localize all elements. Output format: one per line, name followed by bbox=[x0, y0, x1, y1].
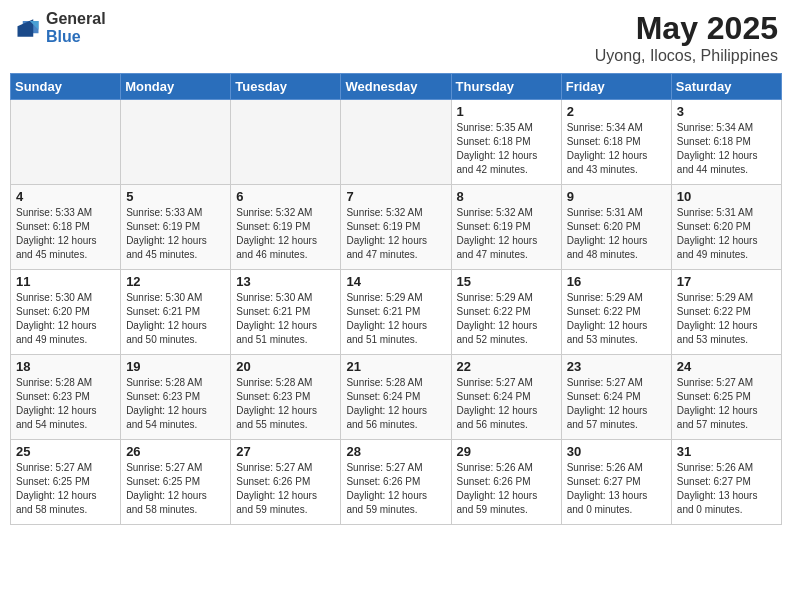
logo-icon bbox=[14, 14, 42, 42]
day-info: Sunrise: 5:27 AM Sunset: 6:26 PM Dayligh… bbox=[346, 461, 445, 517]
day-info: Sunrise: 5:32 AM Sunset: 6:19 PM Dayligh… bbox=[457, 206, 556, 262]
day-info: Sunrise: 5:27 AM Sunset: 6:25 PM Dayligh… bbox=[677, 376, 776, 432]
calendar-cell: 16Sunrise: 5:29 AM Sunset: 6:22 PM Dayli… bbox=[561, 270, 671, 355]
day-info: Sunrise: 5:29 AM Sunset: 6:21 PM Dayligh… bbox=[346, 291, 445, 347]
day-number: 30 bbox=[567, 444, 666, 459]
day-number: 26 bbox=[126, 444, 225, 459]
calendar-cell: 2Sunrise: 5:34 AM Sunset: 6:18 PM Daylig… bbox=[561, 100, 671, 185]
day-number: 1 bbox=[457, 104, 556, 119]
weekday-header-monday: Monday bbox=[121, 74, 231, 100]
day-info: Sunrise: 5:26 AM Sunset: 6:26 PM Dayligh… bbox=[457, 461, 556, 517]
calendar-cell: 29Sunrise: 5:26 AM Sunset: 6:26 PM Dayli… bbox=[451, 440, 561, 525]
calendar-cell: 22Sunrise: 5:27 AM Sunset: 6:24 PM Dayli… bbox=[451, 355, 561, 440]
day-info: Sunrise: 5:34 AM Sunset: 6:18 PM Dayligh… bbox=[567, 121, 666, 177]
day-number: 5 bbox=[126, 189, 225, 204]
day-number: 3 bbox=[677, 104, 776, 119]
day-number: 14 bbox=[346, 274, 445, 289]
calendar-cell: 31Sunrise: 5:26 AM Sunset: 6:27 PM Dayli… bbox=[671, 440, 781, 525]
day-number: 31 bbox=[677, 444, 776, 459]
calendar-cell: 6Sunrise: 5:32 AM Sunset: 6:19 PM Daylig… bbox=[231, 185, 341, 270]
calendar-cell: 15Sunrise: 5:29 AM Sunset: 6:22 PM Dayli… bbox=[451, 270, 561, 355]
calendar-cell bbox=[121, 100, 231, 185]
calendar-cell: 13Sunrise: 5:30 AM Sunset: 6:21 PM Dayli… bbox=[231, 270, 341, 355]
day-number: 4 bbox=[16, 189, 115, 204]
calendar-week-row: 18Sunrise: 5:28 AM Sunset: 6:23 PM Dayli… bbox=[11, 355, 782, 440]
day-number: 2 bbox=[567, 104, 666, 119]
calendar-cell: 10Sunrise: 5:31 AM Sunset: 6:20 PM Dayli… bbox=[671, 185, 781, 270]
day-number: 19 bbox=[126, 359, 225, 374]
calendar-cell: 18Sunrise: 5:28 AM Sunset: 6:23 PM Dayli… bbox=[11, 355, 121, 440]
day-number: 15 bbox=[457, 274, 556, 289]
day-number: 24 bbox=[677, 359, 776, 374]
day-info: Sunrise: 5:35 AM Sunset: 6:18 PM Dayligh… bbox=[457, 121, 556, 177]
day-info: Sunrise: 5:32 AM Sunset: 6:19 PM Dayligh… bbox=[346, 206, 445, 262]
day-number: 21 bbox=[346, 359, 445, 374]
calendar-cell: 1Sunrise: 5:35 AM Sunset: 6:18 PM Daylig… bbox=[451, 100, 561, 185]
day-info: Sunrise: 5:29 AM Sunset: 6:22 PM Dayligh… bbox=[567, 291, 666, 347]
calendar-cell: 3Sunrise: 5:34 AM Sunset: 6:18 PM Daylig… bbox=[671, 100, 781, 185]
weekday-header-row: SundayMondayTuesdayWednesdayThursdayFrid… bbox=[11, 74, 782, 100]
calendar-cell: 25Sunrise: 5:27 AM Sunset: 6:25 PM Dayli… bbox=[11, 440, 121, 525]
calendar-cell: 12Sunrise: 5:30 AM Sunset: 6:21 PM Dayli… bbox=[121, 270, 231, 355]
calendar-cell: 21Sunrise: 5:28 AM Sunset: 6:24 PM Dayli… bbox=[341, 355, 451, 440]
day-info: Sunrise: 5:26 AM Sunset: 6:27 PM Dayligh… bbox=[677, 461, 776, 517]
day-number: 17 bbox=[677, 274, 776, 289]
day-number: 27 bbox=[236, 444, 335, 459]
day-number: 8 bbox=[457, 189, 556, 204]
calendar-cell: 7Sunrise: 5:32 AM Sunset: 6:19 PM Daylig… bbox=[341, 185, 451, 270]
weekday-header-thursday: Thursday bbox=[451, 74, 561, 100]
day-number: 23 bbox=[567, 359, 666, 374]
day-number: 29 bbox=[457, 444, 556, 459]
weekday-header-sunday: Sunday bbox=[11, 74, 121, 100]
day-info: Sunrise: 5:27 AM Sunset: 6:24 PM Dayligh… bbox=[457, 376, 556, 432]
day-info: Sunrise: 5:34 AM Sunset: 6:18 PM Dayligh… bbox=[677, 121, 776, 177]
calendar-cell: 8Sunrise: 5:32 AM Sunset: 6:19 PM Daylig… bbox=[451, 185, 561, 270]
logo: General Blue bbox=[14, 10, 106, 45]
weekday-header-friday: Friday bbox=[561, 74, 671, 100]
calendar-cell: 5Sunrise: 5:33 AM Sunset: 6:19 PM Daylig… bbox=[121, 185, 231, 270]
day-number: 25 bbox=[16, 444, 115, 459]
day-number: 13 bbox=[236, 274, 335, 289]
day-info: Sunrise: 5:27 AM Sunset: 6:25 PM Dayligh… bbox=[16, 461, 115, 517]
logo-blue-text: Blue bbox=[46, 28, 81, 45]
calendar-table: SundayMondayTuesdayWednesdayThursdayFrid… bbox=[10, 73, 782, 525]
calendar-week-row: 25Sunrise: 5:27 AM Sunset: 6:25 PM Dayli… bbox=[11, 440, 782, 525]
calendar-cell: 9Sunrise: 5:31 AM Sunset: 6:20 PM Daylig… bbox=[561, 185, 671, 270]
calendar-cell: 27Sunrise: 5:27 AM Sunset: 6:26 PM Dayli… bbox=[231, 440, 341, 525]
day-info: Sunrise: 5:27 AM Sunset: 6:26 PM Dayligh… bbox=[236, 461, 335, 517]
day-number: 12 bbox=[126, 274, 225, 289]
day-info: Sunrise: 5:29 AM Sunset: 6:22 PM Dayligh… bbox=[677, 291, 776, 347]
weekday-header-saturday: Saturday bbox=[671, 74, 781, 100]
day-number: 7 bbox=[346, 189, 445, 204]
day-info: Sunrise: 5:27 AM Sunset: 6:25 PM Dayligh… bbox=[126, 461, 225, 517]
calendar-cell: 14Sunrise: 5:29 AM Sunset: 6:21 PM Dayli… bbox=[341, 270, 451, 355]
calendar-cell: 23Sunrise: 5:27 AM Sunset: 6:24 PM Dayli… bbox=[561, 355, 671, 440]
calendar-cell: 30Sunrise: 5:26 AM Sunset: 6:27 PM Dayli… bbox=[561, 440, 671, 525]
title-block: May 2025 Uyong, Ilocos, Philippines bbox=[595, 10, 778, 65]
calendar-week-row: 1Sunrise: 5:35 AM Sunset: 6:18 PM Daylig… bbox=[11, 100, 782, 185]
logo-general-text: General bbox=[46, 10, 106, 27]
weekday-header-wednesday: Wednesday bbox=[341, 74, 451, 100]
day-number: 9 bbox=[567, 189, 666, 204]
calendar-cell bbox=[341, 100, 451, 185]
day-info: Sunrise: 5:33 AM Sunset: 6:19 PM Dayligh… bbox=[126, 206, 225, 262]
day-number: 18 bbox=[16, 359, 115, 374]
day-number: 20 bbox=[236, 359, 335, 374]
calendar-cell: 19Sunrise: 5:28 AM Sunset: 6:23 PM Dayli… bbox=[121, 355, 231, 440]
day-info: Sunrise: 5:30 AM Sunset: 6:21 PM Dayligh… bbox=[126, 291, 225, 347]
day-info: Sunrise: 5:28 AM Sunset: 6:23 PM Dayligh… bbox=[126, 376, 225, 432]
calendar-cell bbox=[11, 100, 121, 185]
day-info: Sunrise: 5:30 AM Sunset: 6:21 PM Dayligh… bbox=[236, 291, 335, 347]
day-info: Sunrise: 5:26 AM Sunset: 6:27 PM Dayligh… bbox=[567, 461, 666, 517]
day-info: Sunrise: 5:28 AM Sunset: 6:24 PM Dayligh… bbox=[346, 376, 445, 432]
day-number: 6 bbox=[236, 189, 335, 204]
month-year-title: May 2025 bbox=[595, 10, 778, 47]
day-number: 28 bbox=[346, 444, 445, 459]
day-info: Sunrise: 5:33 AM Sunset: 6:18 PM Dayligh… bbox=[16, 206, 115, 262]
day-number: 16 bbox=[567, 274, 666, 289]
calendar-cell: 20Sunrise: 5:28 AM Sunset: 6:23 PM Dayli… bbox=[231, 355, 341, 440]
day-info: Sunrise: 5:28 AM Sunset: 6:23 PM Dayligh… bbox=[236, 376, 335, 432]
calendar-cell: 17Sunrise: 5:29 AM Sunset: 6:22 PM Dayli… bbox=[671, 270, 781, 355]
day-info: Sunrise: 5:29 AM Sunset: 6:22 PM Dayligh… bbox=[457, 291, 556, 347]
calendar-cell bbox=[231, 100, 341, 185]
